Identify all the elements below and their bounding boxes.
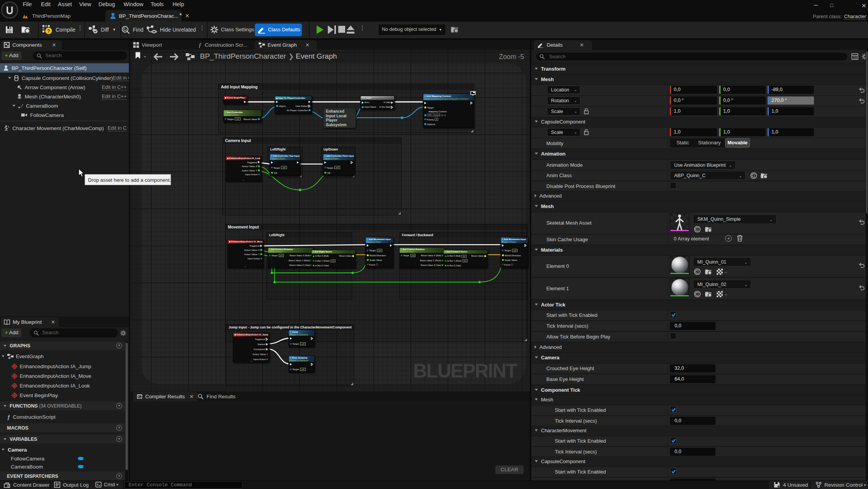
svg-text:?: ? — [47, 29, 50, 34]
